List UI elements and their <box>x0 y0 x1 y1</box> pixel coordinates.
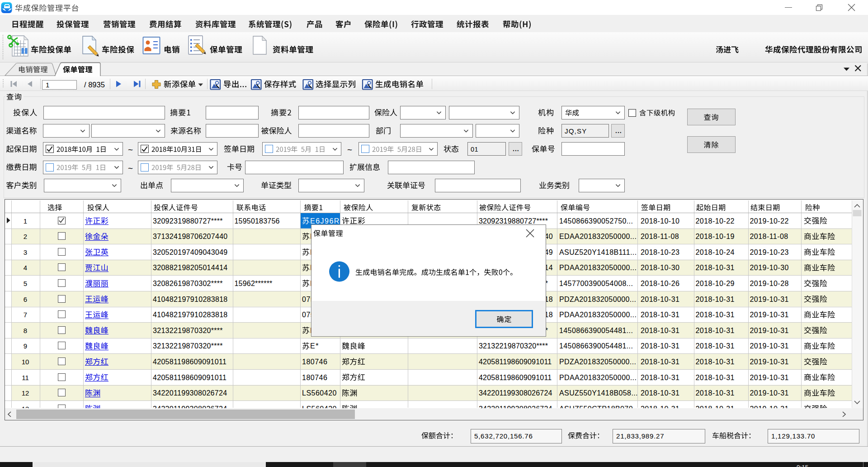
svg-text:342201199308026724: 342201199308026724 <box>153 389 227 397</box>
svg-text:32092319880727****: 32092319880727**** <box>153 217 223 225</box>
svg-text:9: 9 <box>24 342 27 350</box>
svg-text:11: 11 <box>22 374 29 381</box>
svg-text:1457700390054008...: 1457700390054008... <box>559 280 633 287</box>
svg-text:371324198706207440: 371324198706207440 <box>153 233 228 240</box>
svg-text:2019-10-30: 2019-10-30 <box>750 264 789 272</box>
svg-text:ASUZ550Y1418B058...: ASUZ550Y1418B058... <box>559 389 638 397</box>
svg-text:10: 10 <box>22 358 29 366</box>
svg-text:32132219870320****: 32132219870320**** <box>153 327 223 334</box>
svg-text:E6J96R: E6J96R <box>310 217 340 225</box>
svg-text:2018-11-08: 2018-11-08 <box>641 233 679 240</box>
svg-text:2018-11-08: 2018-11-08 <box>750 233 788 240</box>
svg-text:2018-10-31: 2018-10-31 <box>696 342 735 350</box>
svg-text:2019-10-31: 2019-10-31 <box>750 374 789 381</box>
svg-text:15962******: 15962****** <box>235 280 273 287</box>
svg-text:~: ~ <box>128 145 133 154</box>
svg-text:2019-10-31: 2019-10-31 <box>750 358 789 366</box>
svg-text:PDAA201832050000...: PDAA201832050000... <box>559 374 637 381</box>
svg-text:320520197409043049: 320520197409043049 <box>153 248 228 256</box>
svg-text:6: 6 <box>24 295 27 303</box>
svg-text:1: 1 <box>24 217 27 225</box>
svg-text:2018-10-29: 2018-10-29 <box>696 280 735 287</box>
svg-text:15950183756: 15950183756 <box>235 217 280 225</box>
svg-text:2018-10-10: 2018-10-10 <box>641 217 679 225</box>
svg-text:2018-10-22: 2018-10-22 <box>696 217 735 225</box>
svg-text:420581198609091011: 420581198609091011 <box>153 358 226 366</box>
svg-text:2019-10-31: 2019-10-31 <box>750 295 789 303</box>
svg-text:1450866390054481...: 1450866390054481... <box>559 327 633 334</box>
svg-text:2018-10-31: 2018-10-31 <box>696 389 735 397</box>
svg-text:2019-10-28: 2019-10-28 <box>750 280 789 287</box>
svg-text:2018-10-31: 2018-10-31 <box>641 374 679 381</box>
svg-text:~: ~ <box>347 145 352 154</box>
svg-text:JQ,SY: JQ,SY <box>565 127 587 135</box>
svg-text:PDAA201832050000...: PDAA201832050000... <box>559 264 637 272</box>
svg-text:2018-10-31: 2018-10-31 <box>641 342 679 350</box>
svg-text:/ 8935: / 8935 <box>84 81 105 89</box>
svg-text:7: 7 <box>24 311 27 319</box>
svg-text:5,632,720,156.76: 5,632,720,156.76 <box>474 432 533 440</box>
svg-text:32082619870302****: 32082619870302**** <box>153 280 223 287</box>
svg-text:2019-10-31: 2019-10-31 <box>750 342 789 350</box>
svg-text:4: 4 <box>24 264 27 272</box>
svg-text:2018-10-31: 2018-10-31 <box>641 327 679 334</box>
svg-text:2018-10-31: 2018-10-31 <box>641 389 679 397</box>
svg-text:2018-10-19: 2018-10-19 <box>696 233 735 240</box>
svg-text:...: ... <box>615 127 622 134</box>
svg-text:1,129,133.70: 1,129,133.70 <box>771 432 815 440</box>
svg-text:12: 12 <box>22 389 29 397</box>
svg-text:PDZA201832050000...: PDZA201832050000... <box>559 358 636 366</box>
svg-text:2018-10-31: 2018-10-31 <box>641 295 679 303</box>
svg-text:180746: 180746 <box>302 374 327 381</box>
svg-text:2018-10-31: 2018-10-31 <box>641 358 679 366</box>
svg-text:E*: E* <box>310 342 319 350</box>
svg-text:2019-10-22: 2019-10-22 <box>750 217 789 225</box>
svg-text:32132219870320****: 32132219870320**** <box>153 342 223 350</box>
svg-text:2019-10-31: 2019-10-31 <box>750 389 789 397</box>
svg-text:PDAA201832050000...: PDAA201832050000... <box>559 311 637 319</box>
svg-text:01: 01 <box>471 146 478 153</box>
svg-text:342201199308026724: 342201199308026724 <box>479 389 552 397</box>
svg-text:2018-10-30: 2018-10-30 <box>641 264 679 272</box>
svg-text:1450866390054481...: 1450866390054481... <box>559 342 633 350</box>
svg-text:320882198205014414: 320882198205014414 <box>153 264 228 272</box>
svg-text:410482197910283818: 410482197910283818 <box>153 295 228 303</box>
svg-text:LS560420: LS560420 <box>302 389 337 397</box>
svg-text:2018-10-23: 2018-10-23 <box>641 248 679 256</box>
svg-text:5: 5 <box>24 280 27 287</box>
svg-text:ASUZ520Y1418B111...: ASUZ520Y1418B111... <box>559 248 637 256</box>
svg-text:2: 2 <box>24 233 27 240</box>
svg-text:2019-10-31: 2019-10-31 <box>750 311 789 319</box>
svg-text:1: 1 <box>46 81 49 89</box>
svg-text:~: ~ <box>128 163 133 173</box>
svg-text:3: 3 <box>24 248 27 256</box>
svg-text:2019-10-31: 2019-10-31 <box>750 327 789 334</box>
svg-text:2018-10-31: 2018-10-31 <box>696 295 735 303</box>
svg-text:420581198609091011: 420581198609091011 <box>153 374 226 381</box>
svg-text:2018-10-31: 2018-10-31 <box>696 311 735 319</box>
svg-text:21,833,989.27: 21,833,989.27 <box>616 432 664 440</box>
svg-text:2018-10-31: 2018-10-31 <box>696 374 735 381</box>
svg-text:2018-10-31: 2018-10-31 <box>696 264 735 272</box>
svg-text:...: ... <box>513 145 519 152</box>
svg-text:410482197910283818: 410482197910283818 <box>153 311 228 319</box>
svg-text:8: 8 <box>24 327 27 334</box>
svg-text:2018-10-26: 2018-10-26 <box>641 280 679 287</box>
svg-text:2018-10-24: 2018-10-24 <box>696 248 735 256</box>
svg-text:9:15: 9:15 <box>797 464 808 467</box>
svg-text:420581198609091011: 420581198609091011 <box>479 374 552 381</box>
svg-text:PDZA201832050000...: PDZA201832050000... <box>559 295 636 303</box>
svg-text:2019-10-23: 2019-10-23 <box>750 248 789 256</box>
svg-text:420581198609091011: 420581198609091011 <box>479 358 552 366</box>
svg-text:32132219870320****: 32132219870320**** <box>479 342 548 350</box>
svg-text:180746: 180746 <box>302 358 327 366</box>
svg-text:32092319880727****: 32092319880727**** <box>479 217 548 225</box>
svg-text:2018-10-31: 2018-10-31 <box>696 358 735 366</box>
svg-text:EDAA201832050000...: EDAA201832050000... <box>559 233 637 240</box>
svg-text:2018-10-31: 2018-10-31 <box>696 327 735 334</box>
svg-text:2018-10-31: 2018-10-31 <box>641 311 679 319</box>
svg-text:1450866390052750...: 1450866390052750... <box>559 217 633 225</box>
